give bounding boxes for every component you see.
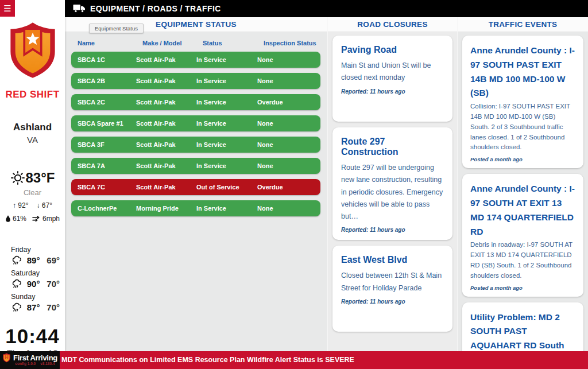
forecast-row: 89° 69° [11,255,65,265]
equipment-make: Scott Air-Pak [136,99,196,106]
forecast-row: 90° 70° [11,279,65,289]
equipment-make: Scott Air-Pak [136,141,196,148]
card-body: Collision: I-97 SOUTH PAST EXIT 14B MD 1… [470,102,575,153]
card-body: Main St and Union St will be closed next… [341,60,444,84]
card-meta: Posted a month ago [470,156,575,162]
shield-logo-icon [6,19,59,82]
brand-name: First Arriving [13,354,57,362]
rain-cloud-icon [11,302,27,312]
forecast-day-label: Sunday [11,293,65,301]
sidebar: ☰ RED SHIFT Ashland VA [0,0,65,351]
column-header-make-model: Make / Model [142,40,203,46]
road-closures-section-title: ROAD CLOSURES [357,20,427,29]
equipment-status: In Service [196,120,257,127]
page-title: EQUIPMENT / ROADS / TRAFFIC [90,4,221,13]
forecast-day-label: Saturday [11,269,65,277]
traffic-events-panel: TRAFFIC EVENTS Anne Arundel County : I-9… [457,17,588,351]
card-body: Debris in roadway: I-97 SOUTH AT EXIT 13… [470,240,575,281]
table-row: SBCA 3F Scott Air-Pak In Service None [71,137,320,153]
equipment-inspection: None [257,162,320,169]
weather-humidity: 61% [13,215,26,223]
weather-condition: Clear [0,188,65,197]
forecast-low: 69° [47,255,65,265]
card-title: Anne Arundel County : I-97 SOUTH AT EXIT… [470,182,575,239]
forecast-high: 89° [27,255,47,265]
forecast-day-label: Friday [11,246,65,254]
equipment-name: SBCA 2B [78,77,136,84]
forecast-list: Friday 89° 69° Saturday 90° 70° Sunday [0,246,65,312]
card-title: Paving Road [341,45,444,55]
equipment-status: In Service [196,77,257,84]
equipment-status-panel: EQUIPMENT STATUS Equipment Status Name M… [65,17,327,351]
card-title: Anne Arundel County : I-97 SOUTH PAST EX… [470,44,575,100]
current-weather: 83°F [0,170,65,186]
equipment-inspection: None [257,120,320,127]
down-arrow-icon: ↓ [37,201,40,209]
card-title: East West Blvd [341,255,444,265]
ticker-message: MDT Communications on Limited EMS Resour… [61,351,354,369]
road-closure-card: Route 297 Construction Route 297 will be… [332,127,452,240]
equipment-inspection: None [257,56,320,63]
forecast-low: 70° [47,302,65,312]
column-header-inspection-status: Inspection Status [264,40,327,46]
alert-ticker: MDT Communications on Limited EMS Resour… [0,351,588,369]
up-arrow-icon: ↑ [13,201,16,209]
road-closure-card: East West Blvd Closed between 12th St & … [332,246,452,332]
equipment-inspection: Overdue [257,99,320,106]
wind-icon [32,215,41,222]
brand-config: config 1.0.0 [15,362,36,366]
equipment-name: SBCA Spare #1 [78,120,136,127]
humidity-drop-icon [5,215,11,223]
traffic-event-card: Anne Arundel County : I-97 SOUTH PAST EX… [462,36,583,168]
first-arriving-shield-icon [2,353,11,363]
top-bar: EQUIPMENT / ROADS / TRAFFIC [65,0,588,17]
column-header-status: Status [203,40,264,46]
card-body: Closed between 12th St & Main Street for… [341,270,444,294]
equipment-name: SBCA 7A [78,162,136,169]
card-meta: Reported: 11 hours ago [341,88,444,95]
traffic-events-section-title: TRAFFIC EVENTS [489,20,558,29]
shift-label: RED SHIFT [0,89,65,100]
hamburger-menu-button[interactable]: ☰ [0,0,15,17]
equipment-status-tooltip: Equipment Status [89,24,144,33]
traffic-events-section-header: TRAFFIC EVENTS [458,17,588,32]
equipment-inspection: None [257,77,320,84]
table-row: SBCA 7A Scott Air-Pak In Service None [71,158,320,174]
road-closures-panel: ROAD CLOSURES Paving Road Main St and Un… [327,17,457,351]
rain-cloud-icon [11,279,27,289]
truck-icon [73,4,86,13]
traffic-event-card: Anne Arundel County : I-97 SOUTH AT EXIT… [462,174,583,296]
equipment-status: In Service [196,56,257,63]
brand-version: v3.130.4 [40,362,55,366]
current-temp: 83°F [26,170,55,186]
table-row: SBCA Spare #1 Scott Air-Pak In Service N… [71,115,320,131]
weather-extra: 61% 6mph [0,215,65,223]
equipment-status: In Service [196,141,257,148]
column-header-name: Name [78,40,142,46]
equipment-name: C-LochnerPe [78,205,136,212]
equipment-make: Scott Air-Pak [136,184,196,191]
table-row: SBCA 1C Scott Air-Pak In Service None [71,52,320,68]
equipment-name: SBCA 2C [78,99,136,106]
equipment-name: SBCA 1C [78,56,136,63]
table-row: C-LochnerPe Morning Pride In Service Non… [71,200,320,216]
road-closures-section-header: ROAD CLOSURES [328,17,457,32]
weather-wind: 6mph [42,215,60,223]
equipment-status: Out of Service [196,184,257,191]
equipment-make: Scott Air-Pak [136,56,196,63]
equipment-make: Scott Air-Pak [136,120,196,127]
weather-high: 92° [18,201,28,209]
equipment-name: SBCA 3F [78,141,136,148]
card-meta: Reported: 11 hours ago [341,298,444,305]
weather-low: 67° [42,201,52,209]
location-state: VA [0,135,65,145]
equipment-inspection: Overdue [257,184,320,191]
forecast-high: 90° [27,279,47,289]
weather-high-low: ↑ 92° ↓ 67° [0,201,65,209]
equipment-table-header: Name Make / Model Status Inspection Stat… [65,40,327,46]
equipment-inspection: None [257,205,320,212]
main-content: EQUIPMENT STATUS Equipment Status Name M… [65,17,588,351]
equipment-make: Scott Air-Pak [136,77,196,84]
equipment-status: In Service [196,99,257,106]
forecast-high: 87° [27,302,47,312]
